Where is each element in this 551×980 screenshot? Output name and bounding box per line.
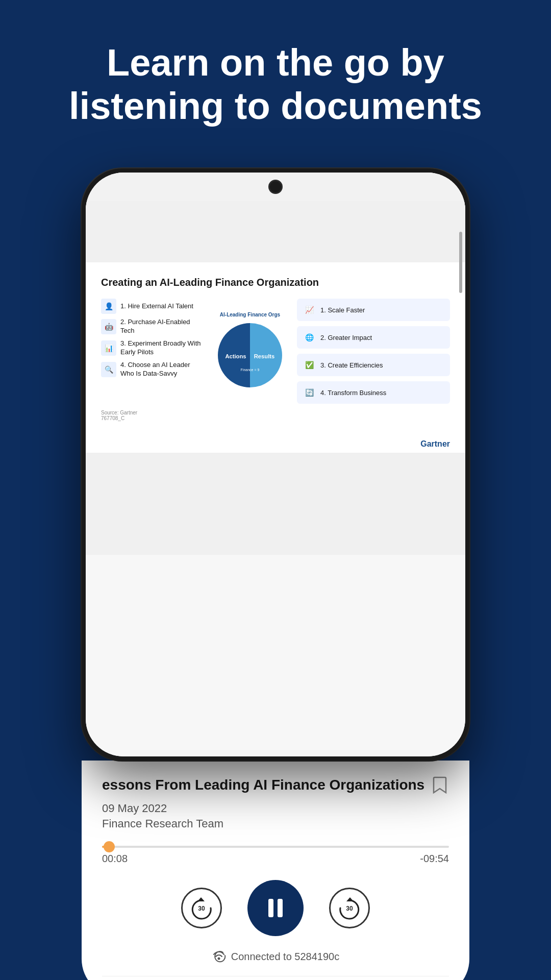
result-icon-1: 📈 xyxy=(302,303,316,317)
document-area: Creating an AI-Leading Finance Organizat… xyxy=(86,201,465,756)
pause-bar-right xyxy=(278,899,283,917)
article-title-row: essons From Leading AI Finance Organizat… xyxy=(102,776,449,794)
connected-text: Connected to 5284190c xyxy=(231,951,339,963)
bookmark-icon[interactable] xyxy=(431,776,449,794)
time-remaining: -09:54 xyxy=(420,853,449,865)
doc-title: Creating an AI-Leading Finance Organizat… xyxy=(101,277,450,288)
article-author: Finance Research Team xyxy=(102,817,449,830)
actions-list: 👤 1. Hire External AI Talent 🤖 2. Purcha… xyxy=(101,299,203,404)
svg-point-7 xyxy=(217,957,220,960)
pause-button[interactable] xyxy=(247,880,304,936)
list-item: 👤 1. Hire External AI Talent xyxy=(101,299,203,314)
result-text-2: 2. Greater Impact xyxy=(320,334,372,341)
result-text-3: 3. Create Efficiencies xyxy=(320,361,383,369)
pie-label: AI-Leading Finance Orgs xyxy=(220,312,280,317)
list-item: 📈 1. Scale Faster xyxy=(297,299,450,321)
list-item: 🌐 2. Greater Impact xyxy=(297,326,450,349)
svg-text:30: 30 xyxy=(346,905,353,912)
phone-frame: Creating an AI-Leading Finance Organizat… xyxy=(82,168,469,761)
skip-forward-button[interactable]: 30 xyxy=(329,888,370,928)
pause-bar-left xyxy=(268,899,273,917)
action-text-3: 3. Experiment Broadly With Early Pilots xyxy=(120,339,203,357)
phone-notch xyxy=(86,173,465,201)
scroll-indicator[interactable] xyxy=(459,232,462,293)
svg-text:Actions: Actions xyxy=(225,353,246,359)
doc-brand: Gartner xyxy=(86,435,465,453)
svg-marker-5 xyxy=(346,897,354,901)
list-item: 📊 3. Experiment Broadly With Early Pilot… xyxy=(101,339,203,357)
action-icon-4: 🔍 xyxy=(101,362,116,377)
time-current: 00:08 xyxy=(102,853,128,865)
action-icon-2: 🤖 xyxy=(101,319,116,334)
progress-track xyxy=(102,846,449,848)
doc-blank-top xyxy=(86,201,465,262)
phone-wrapper: Creating an AI-Leading Finance Organizat… xyxy=(82,168,469,980)
time-row: 00:08 -09:54 xyxy=(102,853,449,865)
bottom-panel: essons From Leading AI Finance Organizat… xyxy=(82,761,469,980)
progress-dot xyxy=(104,841,115,852)
action-text-1: 1. Hire External AI Talent xyxy=(120,302,193,311)
pie-chart-svg: Actions Results Finance = 9 xyxy=(214,320,286,391)
controls-row: 30 30 xyxy=(102,880,449,936)
list-item: ✅ 3. Create Efficiencies xyxy=(297,354,450,376)
page-header: Learn on the go by listening to document… xyxy=(0,0,551,148)
progress-container[interactable] xyxy=(102,846,449,848)
svg-text:Results: Results xyxy=(254,353,274,359)
diagram-container: 👤 1. Hire External AI Talent 🤖 2. Purcha… xyxy=(101,299,450,404)
skip-back-button[interactable]: 30 xyxy=(181,888,222,928)
phone-camera xyxy=(268,180,283,194)
article-title: essons From Leading AI Finance Organizat… xyxy=(102,776,431,794)
action-text-2: 2. Purchase AI-Enabled Tech xyxy=(120,318,203,335)
result-icon-3: ✅ xyxy=(302,358,316,372)
article-date: 09 May 2022 xyxy=(102,802,449,815)
header-title: Learn on the go by listening to document… xyxy=(41,41,510,128)
svg-text:Finance = 9: Finance = 9 xyxy=(241,368,260,371)
connected-row: Connected to 5284190c xyxy=(102,948,449,976)
svg-marker-3 xyxy=(197,897,205,901)
doc-blank-bottom xyxy=(86,453,465,555)
result-icon-2: 🌐 xyxy=(302,330,316,345)
phone-inner: Creating an AI-Leading Finance Organizat… xyxy=(86,173,465,756)
action-text-4: 4. Choose an AI Leader Who Is Data-Savvy xyxy=(120,361,203,378)
result-icon-4: 🔄 xyxy=(302,385,316,400)
action-icon-1: 👤 xyxy=(101,299,116,314)
list-item: 🔍 4. Choose an AI Leader Who Is Data-Sav… xyxy=(101,361,203,378)
svg-text:30: 30 xyxy=(198,905,205,912)
pie-chart-area: AI-Leading Finance Orgs Actions Results xyxy=(209,299,291,404)
action-icon-3: 📊 xyxy=(101,340,116,356)
result-text-1: 1. Scale Faster xyxy=(320,306,365,314)
wifi-icon xyxy=(212,948,226,966)
doc-content: Creating an AI-Leading Finance Organizat… xyxy=(86,262,465,435)
list-item: 🔄 4. Transform Business xyxy=(297,381,450,404)
results-list: 📈 1. Scale Faster 🌐 2. Greater Impact ✅ … xyxy=(297,299,450,404)
result-text-4: 4. Transform Business xyxy=(320,389,386,397)
pause-icon xyxy=(268,899,283,917)
doc-source: Source: Gartner767708_C xyxy=(101,410,450,421)
list-item: 🤖 2. Purchase AI-Enabled Tech xyxy=(101,318,203,335)
